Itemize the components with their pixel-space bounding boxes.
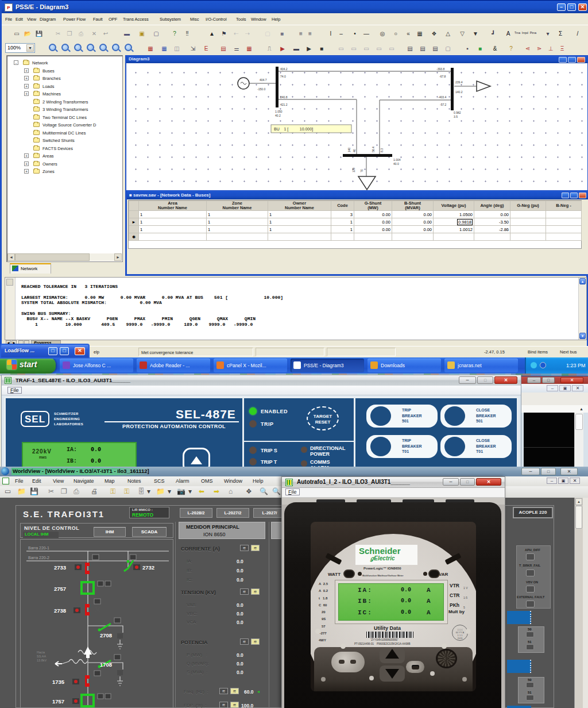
svg-text:2757: 2757 — [54, 586, 66, 592]
svg-text:1.050: 1.050 — [275, 110, 283, 113]
svg-text:2738: 2738 — [54, 607, 66, 614]
svg-text:2733: 2733 — [54, 564, 66, 571]
svg-text:2732: 2732 — [142, 564, 154, 571]
svg-text:-67.8: -67.8 — [439, 75, 446, 78]
svg-text:BU 1 [ 10.000]: BU 1 [ 10.000] — [274, 127, 313, 132]
svg-text:1735: 1735 — [52, 679, 65, 685]
svg-text:13.8kV: 13.8kV — [37, 659, 47, 662]
svg-text:3.5: 3.5 — [454, 115, 458, 118]
svg-text:-57.2: -57.2 — [440, 103, 447, 106]
svg-text:8.3: 8.3 — [380, 148, 384, 152]
svg-text:239.4: 239.4 — [455, 80, 463, 84]
svg-text:1.004: 1.004 — [393, 158, 401, 161]
svg-text:-150.0: -150.0 — [257, 87, 265, 91]
svg-text:140.2: 140.2 — [455, 90, 463, 94]
svg-text:40.0: 40.0 — [393, 162, 399, 166]
svg-text:Hacia: Hacia — [37, 651, 45, 654]
svg-text:40: 40 — [353, 149, 356, 152]
svg-text:Barra 220-1: Barra 220-1 — [28, 546, 49, 550]
svg-text:0.982: 0.982 — [454, 111, 461, 114]
svg-text:421.2: 421.2 — [280, 103, 288, 106]
svg-text:56.4: 56.4 — [372, 147, 375, 152]
svg-text:Barra 220-2: Barra 220-2 — [28, 556, 49, 560]
svg-text:139: 139 — [352, 167, 355, 172]
svg-text:404.7: 404.7 — [260, 78, 267, 82]
svg-text:-403.4: -403.4 — [438, 95, 446, 99]
svg-text:140: 140 — [347, 147, 351, 152]
svg-text:1708: 1708 — [100, 661, 112, 668]
svg-text:74.0: 74.0 — [280, 75, 286, 78]
svg-text:1757: 1757 — [52, 698, 64, 705]
svg-text:-393.8: -393.8 — [436, 67, 444, 71]
svg-text:40.2: 40.2 — [275, 114, 281, 117]
svg-text:SS.AA: SS.AA — [37, 655, 47, 658]
svg-text:70: 70 — [360, 169, 363, 172]
svg-text:2708: 2708 — [100, 632, 112, 638]
svg-text:240.8: 240.8 — [280, 95, 288, 99]
svg-text:404.2: 404.2 — [280, 67, 288, 71]
